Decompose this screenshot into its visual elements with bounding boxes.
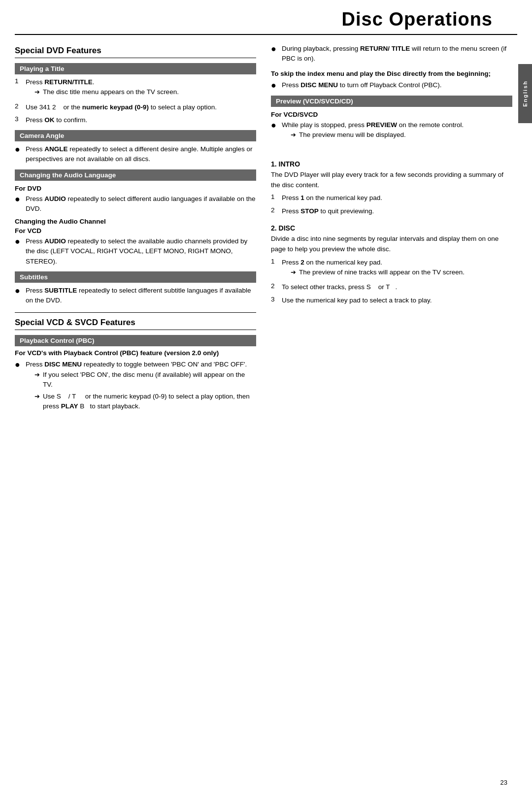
disc-item-3: 3 Use the numerical key pad to select a … xyxy=(271,296,512,305)
page-header: Disc Operations xyxy=(15,0,517,35)
num-bold: 2 xyxy=(300,259,304,266)
arrow-item: ➔ The preview of nine tracks will appear… xyxy=(291,267,465,277)
for-vcd-label: For VCD xyxy=(15,227,256,234)
pbc-bar: Playback Control (PBC) xyxy=(15,335,256,346)
english-tab: English xyxy=(518,64,532,123)
arrow-item: ➔ If you select 'PBC ON', the disc menu … xyxy=(34,370,256,390)
item-content: Press 2 on the numerical key pad. ➔ The … xyxy=(282,258,465,280)
item-number: 3 xyxy=(271,296,278,305)
play-bold: PLAY xyxy=(61,402,78,410)
bullet-dot: ● xyxy=(271,120,278,131)
bullet-dot: ● xyxy=(15,286,22,297)
for-vcd-bullet: ● Press AUDIO repeatedly to select the a… xyxy=(15,236,256,266)
intro-section: 1. INTRO The DVD Player will play every … xyxy=(271,160,512,216)
audio-bold: AUDIO xyxy=(44,237,66,245)
arrow-text: The disc title menu appears on the TV sc… xyxy=(43,87,179,97)
item-content: Press 1 on the numerical key pad. xyxy=(282,193,382,203)
bullet-content: Press DISC MENU repeatedly to toggle bet… xyxy=(26,360,256,413)
left-column: Special DVD Features Playing a Title 1 P… xyxy=(15,44,256,417)
for-dvd-label: For DVD xyxy=(15,185,256,192)
arrow-symbol: ➔ xyxy=(34,370,40,390)
playing-title-item-2: 2 Use 341 2 or the numeric keypad (0-9) … xyxy=(15,102,256,112)
disc-section: 2. DISC Divide a disc into nine segments… xyxy=(271,224,512,305)
subtitles-bullet: ● Press SUBTITLE repeatedly to select di… xyxy=(15,286,256,306)
pbc-subheader: For VCD's with Playback Control (PBC) fe… xyxy=(15,349,256,357)
num-bold: 1 xyxy=(300,194,304,201)
bullet-content: Press DISC MENU to turn off Playback Con… xyxy=(282,80,442,90)
intro-title: 1. INTRO xyxy=(271,160,512,168)
skip-heading-bold: To skip the index menu and play the Disc… xyxy=(271,70,491,77)
intro-item-1: 1 Press 1 on the numerical key pad. xyxy=(271,193,512,203)
stop-bold: STOP xyxy=(300,207,319,215)
item-content: Press OK to confirm. xyxy=(26,115,87,125)
for-vcd-svcd-label: For VCD/SVCD xyxy=(271,111,512,118)
arrow-text: The preview of nine tracks will appear o… xyxy=(299,267,465,277)
preview-bold: PREVIEW xyxy=(366,121,397,129)
spacer xyxy=(271,145,512,160)
item-content: Use the numerical key pad to select a tr… xyxy=(282,296,432,305)
disc-menu-bold: DISC MENU xyxy=(300,81,338,89)
return-title-bold: RETURN/ TITLE xyxy=(360,45,410,52)
bullet-dot: ● xyxy=(271,44,278,55)
item-content: Press STOP to quit previewing. xyxy=(282,206,374,216)
bullet-content: While play is stopped, press PREVIEW on … xyxy=(282,120,464,142)
pbc-bullet: ● Press DISC MENU repeatedly to toggle b… xyxy=(15,360,256,413)
arrow-symbol: ➔ xyxy=(291,267,296,277)
side-tab-label: English xyxy=(522,80,528,107)
item-number: 1 xyxy=(271,193,278,203)
preview-bullet: ● While play is stopped, press PREVIEW o… xyxy=(271,120,512,142)
page-number: 23 xyxy=(500,779,507,786)
intro-text: The DVD Player will play every track for… xyxy=(271,170,512,191)
arrow-item: ➔ The disc title menu appears on the TV … xyxy=(34,87,179,97)
subtitles-bar: Subtitles xyxy=(15,271,256,283)
item-bold: numeric keypad (0-9) xyxy=(82,103,149,111)
arrow-text: If you select 'PBC ON', the disc menu (i… xyxy=(43,370,256,390)
subtitle-bold: SUBTITLE xyxy=(44,287,77,294)
disc-item-1: 1 Press 2 on the numerical key pad. ➔ Th… xyxy=(271,258,512,280)
playing-title-item-3: 3 Press OK to confirm. xyxy=(15,115,256,125)
camera-angle-bar: Camera Angle xyxy=(15,130,256,141)
bullet-dot: ● xyxy=(15,236,22,247)
page-title: Disc Operations xyxy=(342,9,493,30)
arrow-text: Use S / T or the numeric keypad (0-9) to… xyxy=(43,392,256,412)
bullet-dot: ● xyxy=(15,360,22,370)
item-bold: RETURN/TITLE xyxy=(44,78,93,86)
special-vcd-header: Special VCD & SVCD Features xyxy=(15,318,256,330)
bullet-content: Press AUDIO repeatedly to select differe… xyxy=(26,194,256,214)
for-dvd-bullet: ● Press AUDIO repeatedly to select diffe… xyxy=(15,194,256,214)
camera-angle-bullet: ● Press ANGLE repeatedly to select a dif… xyxy=(15,144,256,165)
item-number: 1 xyxy=(271,258,278,280)
during-playback-bullet: ● During playback, pressing RETURN/ TITL… xyxy=(271,44,512,64)
intro-item-2: 2 Press STOP to quit previewing. xyxy=(271,206,512,216)
divider xyxy=(15,312,256,313)
item-number: 3 xyxy=(15,115,22,125)
playing-title-bar: Playing a Title xyxy=(15,63,256,74)
bullet-dot: ● xyxy=(15,144,22,155)
item-text: Press RETURN/TITLE. xyxy=(26,78,95,86)
preview-bar: Preview (VCD/SVCD/CD) xyxy=(271,96,512,107)
item-content: To select other tracks, press S or T . xyxy=(282,282,397,292)
item-number: 2 xyxy=(271,206,278,216)
arrow-symbol: ➔ xyxy=(34,392,40,412)
disc-item-2: 2 To select other tracks, press S or T . xyxy=(271,282,512,292)
disc-title: 2. DISC xyxy=(271,224,512,232)
arrow-item: ➔ The preview menu will be displayed. xyxy=(291,130,464,140)
disc-text: Divide a disc into nine segments by regu… xyxy=(271,234,512,255)
item-number: 2 xyxy=(271,282,278,292)
item-content: Press RETURN/TITLE. ➔ The disc title men… xyxy=(26,77,179,100)
item-number: 2 xyxy=(15,102,22,112)
angle-bold: ANGLE xyxy=(44,145,67,153)
bullet-dot: ● xyxy=(271,80,278,91)
arrow-symbol: ➔ xyxy=(291,130,296,140)
bullet-content: Press AUDIO repeatedly to select the ava… xyxy=(26,236,256,266)
changing-audio-language-bar: Changing the Audio Language xyxy=(15,169,256,181)
item-bold: OK xyxy=(44,116,54,124)
arrow-symbol: ➔ xyxy=(34,87,40,97)
item-content: Use 341 2 or the numeric keypad (0-9) to… xyxy=(26,102,217,112)
pbc-subheader-text: For VCD's with Playback Control (PBC) fe… xyxy=(15,349,219,357)
arrow-text: The preview menu will be displayed. xyxy=(299,130,406,140)
arrow-item-2: ➔ Use S / T or the numeric keypad (0-9) … xyxy=(34,392,256,412)
bullet-content: Press SUBTITLE repeatedly to select diff… xyxy=(26,286,256,306)
right-column: ● During playback, pressing RETURN/ TITL… xyxy=(271,44,512,417)
special-dvd-header: Special DVD Features xyxy=(15,46,256,58)
